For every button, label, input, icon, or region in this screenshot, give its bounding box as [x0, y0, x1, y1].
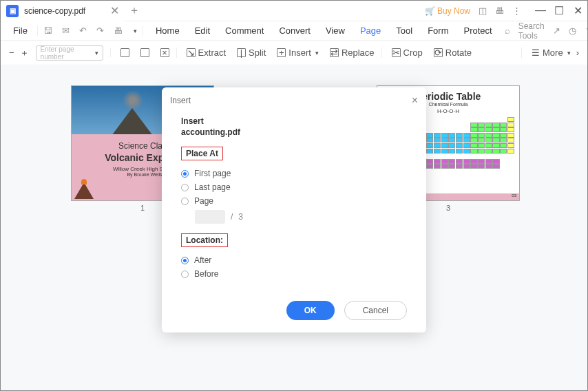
page-number-field[interactable] [195, 210, 225, 224]
sync-icon[interactable]: ◷ [569, 25, 576, 36]
option-page[interactable]: Page [181, 196, 407, 206]
page-number-input[interactable]: Enter page number▾ [36, 45, 103, 61]
single-page-icon[interactable] [120, 48, 129, 57]
menu-page[interactable]: Page [360, 25, 381, 36]
quick-access: 🖫 ✉ ↶ ↷ 🖶 ▾ [37, 25, 143, 36]
option-last-page[interactable]: Last page [181, 182, 407, 192]
zoom-in-icon[interactable]: ＋ [20, 47, 29, 59]
print-icon[interactable]: 🖶 [114, 25, 123, 36]
page-caret-icon: ▾ [95, 50, 98, 56]
print-icon[interactable]: 🖶 [495, 6, 504, 16]
insert-dialog: Insert × Insert accounting.pdf Place At … [162, 87, 426, 332]
mail-icon[interactable]: ✉ [62, 25, 70, 36]
dialog-footer: OK Cancel [162, 301, 426, 332]
main-menus: Home Edit Comment Convert View Page Tool… [143, 25, 505, 36]
extract-button[interactable]: ↘Extract [187, 47, 226, 58]
menu-home[interactable]: Home [156, 25, 180, 36]
tab-close-icon[interactable]: ✕ [109, 6, 119, 16]
file-menu[interactable]: File [3, 25, 37, 36]
save-icon[interactable]: 🖫 [43, 25, 52, 36]
two-page-icon[interactable] [140, 48, 149, 57]
total-pages: 3 [238, 212, 243, 222]
radio-first-page[interactable] [181, 170, 189, 178]
zoom-controls: − ＋ [9, 47, 29, 59]
close-window-icon[interactable]: ✕ [574, 4, 582, 17]
insert-button[interactable]: +Insert▾ [277, 47, 319, 58]
document-tab[interactable]: ▣ science-copy.pdf ✕ [1, 1, 125, 21]
zoom-out-icon[interactable]: − [9, 47, 14, 58]
menu-comment[interactable]: Comment [225, 25, 264, 36]
option-first-page[interactable]: First page [181, 169, 407, 178]
dialog-header: Insert × [162, 87, 426, 114]
menu-tool[interactable]: Tool [396, 25, 412, 36]
insert-label: Insert [181, 116, 407, 126]
insert-filename: accounting.pdf [181, 127, 407, 137]
menubar: File 🖫 ✉ ↶ ↷ 🖶 ▾ Home Edit Comment Conve… [1, 21, 587, 41]
dialog-close-icon[interactable]: × [412, 94, 418, 107]
cancel-button[interactable]: Cancel [344, 301, 407, 320]
placeat-heading: Place At [181, 147, 223, 160]
kebab-menu-icon[interactable]: ⋮ [512, 6, 521, 16]
collapse-icon[interactable]: ⌃ [585, 25, 588, 36]
page-edit-group: × [110, 48, 169, 57]
minimize-icon[interactable]: — [535, 4, 543, 17]
window-controls: — ☐ ✕ [535, 4, 582, 17]
more-button[interactable]: ☰ More▾ [532, 47, 571, 58]
external-icon[interactable]: ↗ [553, 25, 560, 36]
toolbar: − ＋ Enter page number▾ × ↘Extract |Split… [1, 41, 587, 65]
radio-after[interactable] [181, 257, 189, 264]
undo-icon[interactable]: ↶ [79, 25, 87, 36]
location-heading: Location: [181, 233, 228, 247]
insert-caret-icon: ▾ [315, 50, 319, 56]
app-icon: ▣ [6, 5, 19, 17]
option-before[interactable]: Before [181, 269, 407, 279]
more-caret-icon: ▾ [567, 50, 571, 56]
rotate-button[interactable]: ⟳Rotate [434, 47, 472, 58]
radio-before[interactable] [181, 271, 189, 278]
buy-now-button[interactable]: 🛒 Buy Now [425, 6, 470, 16]
share-icon[interactable]: ◫ [479, 6, 487, 16]
search-tools-input[interactable]: Search Tools [518, 21, 545, 41]
menu-form[interactable]: Form [428, 25, 448, 36]
menubar-right: ⌕ Search Tools ↗ ◷ ⌃ [505, 21, 588, 41]
radio-last-page[interactable] [181, 184, 189, 191]
overflow-arrow-icon[interactable]: › [576, 47, 579, 58]
menu-protect[interactable]: Protect [463, 25, 492, 36]
page-number-group: / 3 [195, 210, 407, 224]
menu-edit[interactable]: Edit [195, 25, 210, 36]
new-tab-button[interactable]: ＋ [125, 3, 144, 18]
tab-title: science-copy.pdf [24, 6, 104, 16]
menu-convert[interactable]: Convert [279, 25, 311, 36]
redo-icon[interactable]: ↷ [96, 25, 104, 36]
dialog-title: Insert [170, 96, 191, 105]
option-after[interactable]: After [181, 255, 407, 265]
search-icon[interactable]: ⌕ [505, 25, 510, 36]
qa-caret-icon[interactable]: ▾ [134, 28, 137, 34]
crop-button[interactable]: ✂Crop [392, 47, 423, 58]
titlebar: ▣ science-copy.pdf ✕ ＋ 🛒 Buy Now ◫ 🖶 ⋮ —… [1, 1, 587, 21]
maximize-icon[interactable]: ☐ [554, 4, 563, 17]
menu-view[interactable]: View [326, 25, 345, 36]
ok-button[interactable]: OK [286, 301, 335, 320]
titlebar-right: 🛒 Buy Now ◫ 🖶 ⋮ — ☐ ✕ [425, 4, 587, 17]
delete-page-icon[interactable]: × [160, 48, 169, 57]
split-button[interactable]: |Split [237, 47, 266, 58]
replace-button[interactable]: ⇄Replace [330, 47, 375, 58]
radio-page[interactable] [181, 198, 189, 205]
